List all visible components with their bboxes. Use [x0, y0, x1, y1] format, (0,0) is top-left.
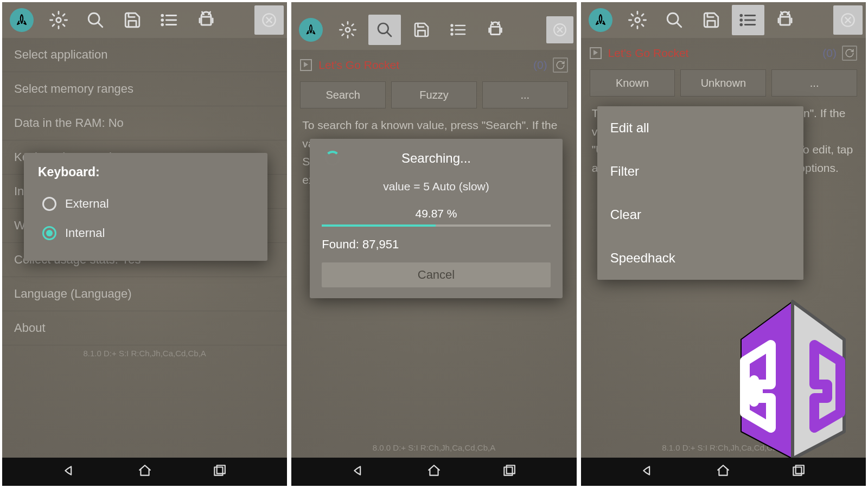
android-navbar [581, 458, 866, 486]
svg-point-19 [346, 28, 350, 32]
phone-screenshot-2: Let's Go Rocket (0) Search Fuzzy ... To … [289, 0, 578, 488]
home-icon[interactable] [716, 464, 730, 480]
more-button[interactable]: ... [771, 69, 857, 97]
version-label: 8.0.0 D:+ S:I R:Ch,Jh,Ca,Cd,Cb,A [291, 440, 576, 455]
svg-line-2 [98, 22, 103, 27]
searching-title: Searching... [322, 151, 550, 166]
searching-subtitle: value = 5 Auto (slow) [322, 180, 550, 193]
android-navbar [2, 458, 287, 486]
android-icon[interactable] [769, 5, 801, 35]
home-icon[interactable] [427, 464, 441, 480]
svg-point-38 [635, 18, 640, 23]
back-icon[interactable] [63, 464, 77, 480]
svg-point-25 [451, 25, 453, 27]
list-icon[interactable] [153, 5, 186, 35]
close-icon[interactable] [833, 5, 863, 35]
searching-dialog: Searching... value = 5 Auto (slow) 49.87… [310, 139, 562, 298]
svg-point-8 [162, 24, 163, 25]
found-label: Found: 87,951 [322, 237, 550, 252]
save-icon[interactable] [405, 15, 438, 45]
cancel-button[interactable]: Cancel [322, 262, 550, 287]
svg-rect-47 [780, 17, 790, 25]
keyboard-dialog: Keyboard: External Internal [24, 153, 267, 261]
play-icon[interactable] [300, 59, 312, 71]
svg-point-7 [162, 20, 163, 21]
radio-internal[interactable]: Internal [38, 219, 253, 248]
search-button[interactable]: Search [300, 81, 386, 108]
svg-point-44 [740, 15, 742, 16]
app-title: Let's Go Rocket [318, 59, 399, 72]
setting-memory-ranges[interactable]: Select memory ranges [2, 72, 287, 106]
recents-icon[interactable] [791, 464, 805, 480]
known-button[interactable]: Known [590, 69, 675, 97]
save-icon[interactable] [116, 5, 149, 35]
search-icon[interactable] [79, 5, 112, 35]
android-icon[interactable] [479, 15, 512, 45]
toolbar [291, 2, 576, 50]
setting-data-ram[interactable]: Data in the RAM: No [2, 106, 287, 140]
more-button[interactable]: ... [482, 81, 568, 108]
save-icon[interactable] [695, 5, 727, 35]
home-icon[interactable] [138, 464, 152, 480]
refresh-icon[interactable] [553, 57, 568, 73]
svg-point-26 [451, 29, 453, 31]
unknown-button[interactable]: Unknown [680, 69, 766, 97]
back-icon[interactable] [352, 464, 366, 480]
app-title: Let's Go Rocket [608, 47, 689, 60]
context-menu: Edit all Filter Clear Speedhack [597, 106, 803, 280]
gear-icon[interactable] [621, 5, 654, 35]
app-row: Let's Go Rocket (0) [581, 38, 866, 66]
recents-icon[interactable] [502, 464, 516, 480]
version-label: 8.1.0 D:+ S:I R:Ch,Jh,Ca,Cd,Cb,A [2, 345, 287, 361]
result-count: (0) [822, 47, 837, 60]
radio-internal-label: Internal [65, 226, 105, 240]
radio-external[interactable]: External [38, 189, 253, 219]
result-count: (0) [533, 59, 547, 72]
menu-filter[interactable]: Filter [597, 150, 803, 193]
svg-line-40 [676, 22, 681, 27]
svg-line-21 [387, 32, 391, 36]
svg-point-46 [740, 24, 742, 25]
menu-speedhack[interactable]: Speedhack [597, 236, 803, 280]
app-rocket-icon[interactable] [5, 5, 38, 35]
android-icon[interactable] [190, 5, 222, 35]
gameguardian-logo-icon [719, 296, 866, 464]
svg-point-45 [740, 20, 742, 21]
svg-rect-9 [201, 17, 211, 25]
fuzzy-button[interactable]: Fuzzy [391, 81, 477, 108]
recents-icon[interactable] [212, 464, 226, 480]
setting-language[interactable]: Language (Language) [2, 277, 287, 311]
toolbar [581, 2, 866, 38]
dialog-title: Keyboard: [38, 165, 253, 179]
svg-point-27 [451, 34, 453, 35]
app-rocket-icon[interactable] [584, 5, 617, 35]
app-row: Let's Go Rocket (0) [291, 50, 576, 78]
search-icon[interactable] [368, 15, 401, 45]
svg-point-0 [56, 18, 61, 23]
phone-screenshot-3: Let's Go Rocket (0) Known Unknown ... To… [579, 0, 868, 488]
searching-percent: 49.87 % [322, 207, 550, 220]
svg-point-6 [162, 15, 163, 16]
phone-screenshot-1: Select application Select memory ranges … [0, 0, 289, 488]
app-rocket-icon[interactable] [295, 15, 327, 45]
list-icon[interactable] [732, 5, 764, 35]
refresh-icon[interactable] [842, 46, 857, 61]
toolbar [2, 2, 287, 38]
gear-icon[interactable] [331, 15, 364, 45]
setting-about[interactable]: About [2, 311, 287, 345]
search-icon[interactable] [658, 5, 691, 35]
close-icon[interactable] [546, 16, 573, 43]
list-icon[interactable] [442, 15, 475, 45]
svg-rect-28 [491, 27, 500, 34]
progress-bar [322, 224, 550, 227]
back-icon[interactable] [641, 464, 655, 480]
close-icon[interactable] [254, 5, 284, 35]
android-navbar [291, 458, 576, 486]
radio-external-label: External [65, 197, 109, 211]
setting-select-application[interactable]: Select application [2, 38, 287, 72]
play-icon[interactable] [590, 47, 602, 59]
gear-icon[interactable] [42, 5, 75, 35]
menu-clear[interactable]: Clear [597, 193, 803, 236]
menu-edit-all[interactable]: Edit all [597, 106, 803, 150]
